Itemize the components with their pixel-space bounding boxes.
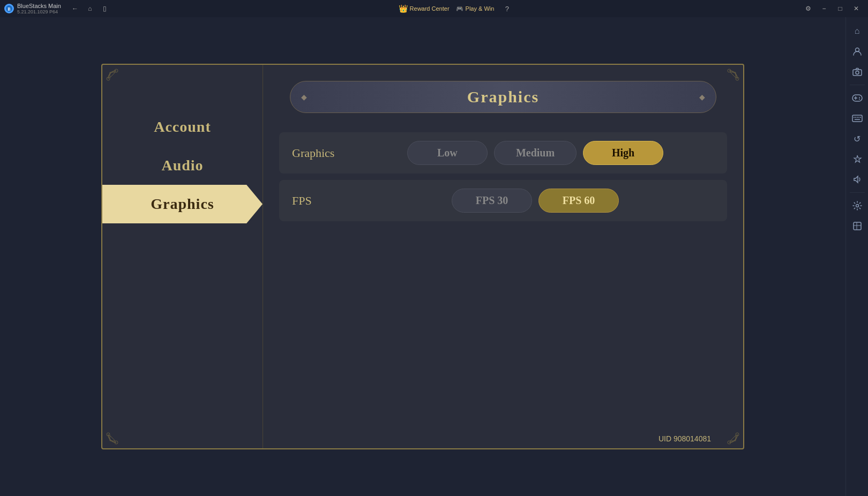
svg-text:B: B [8, 7, 11, 12]
fps-30-button[interactable]: FPS 30 [452, 189, 532, 213]
copy-button[interactable]: ▯ [99, 3, 111, 14]
sidebar-icon-person[interactable] [848, 42, 867, 61]
home-nav-button[interactable]: ⌂ [84, 3, 96, 14]
svg-rect-10 [852, 115, 862, 122]
svg-rect-3 [853, 70, 862, 76]
sidebar-icon-gamepad[interactable] [848, 88, 867, 108]
game-sidebar: Account Audio Graphics [102, 65, 263, 448]
menu-item-account[interactable]: Account [102, 108, 263, 146]
sidebar-divider-1 [850, 85, 865, 85]
graphics-low-button[interactable]: Low [407, 141, 488, 165]
corner-decoration-br [719, 424, 740, 445]
maximize-button[interactable]: □ [833, 3, 848, 14]
minimize-button[interactable]: − [817, 3, 832, 14]
game-panel: Account Audio Graphics Graphics Graphics [101, 64, 744, 449]
svg-point-17 [856, 205, 858, 207]
graphics-high-button[interactable]: High [583, 141, 663, 165]
graphics-setting-label: Graphics [292, 146, 346, 160]
menu-item-account-label: Account [154, 118, 211, 136]
back-button[interactable]: ← [69, 3, 81, 14]
menu-item-audio[interactable]: Audio [102, 146, 263, 185]
fps-setting-row: FPS FPS 30 FPS 60 [279, 180, 727, 221]
titlebar-nav: ← ⌂ ▯ [69, 3, 111, 14]
reward-label: Reward Center [410, 5, 450, 12]
svg-rect-18 [854, 222, 861, 230]
menu-item-graphics[interactable]: Graphics [102, 185, 263, 223]
sidebar-divider-2 [850, 192, 865, 193]
svg-point-4 [856, 71, 859, 74]
corner-decoration-bl [106, 424, 127, 445]
fps-options: FPS 30 FPS 60 [356, 189, 714, 213]
game-content: Graphics Graphics Low Medium High FPS [263, 65, 743, 448]
play-win-button[interactable]: 🎮 Play & Win [456, 5, 495, 12]
graphics-medium-button[interactable]: Medium [494, 141, 577, 165]
right-sidebar: ⌂ ↺ [845, 17, 868, 496]
sidebar-icon-star[interactable] [848, 149, 867, 169]
titlebar: B BlueStacks Main 5.21.201.1029 P64 ← ⌂ … [0, 0, 868, 17]
sidebar-icon-camera[interactable] [848, 62, 867, 81]
fps-60-button[interactable]: FPS 60 [538, 189, 619, 213]
settings-area: Graphics Low Medium High FPS FPS 30 FPS … [279, 127, 727, 227]
sidebar-icon-layers[interactable] [848, 216, 867, 236]
close-button[interactable]: ✕ [849, 3, 864, 14]
bluestacks-logo: B [4, 4, 14, 13]
playnwin-label: Play & Win [466, 5, 495, 12]
sidebar-icon-keyboard[interactable] [848, 109, 867, 128]
title-banner: Graphics [290, 81, 716, 113]
svg-point-8 [859, 97, 860, 98]
titlebar-left: B BlueStacks Main 5.21.201.1029 P64 ← ⌂ … [4, 3, 111, 14]
graphics-setting-row: Graphics Low Medium High [279, 132, 727, 174]
svg-point-9 [859, 99, 860, 100]
app-name: BlueStacks Main [17, 3, 61, 9]
corner-decoration-tl [106, 68, 127, 89]
settings-button[interactable]: ⚙ [800, 3, 815, 14]
uid-display: UID 908014081 [659, 434, 711, 443]
main-content: Account Audio Graphics Graphics Graphics [0, 17, 845, 496]
panel-title: Graphics [467, 88, 539, 106]
titlebar-center: 👑 Reward Center 🎮 Play & Win ? [399, 3, 514, 14]
reward-icon: 👑 [399, 4, 408, 13]
menu-item-audio-label: Audio [161, 157, 203, 174]
corner-decoration-tr [719, 68, 740, 89]
graphics-options: Low Medium High [356, 141, 714, 165]
sidebar-icon-settings2[interactable] [848, 196, 867, 215]
app-version: 5.21.201.1029 P64 [17, 9, 61, 14]
fps-setting-label: FPS [292, 194, 346, 208]
sidebar-icon-refresh[interactable]: ↺ [848, 129, 867, 148]
playnwin-icon: 🎮 [456, 5, 463, 12]
menu-item-graphics-label: Graphics [151, 196, 214, 213]
titlebar-right: ⚙ − □ ✕ [800, 3, 864, 14]
help-button[interactable]: ? [500, 3, 513, 14]
sidebar-icon-volume[interactable] [848, 170, 867, 189]
sidebar-icon-home[interactable]: ⌂ [848, 21, 867, 41]
reward-center-button[interactable]: 👑 Reward Center [399, 4, 450, 13]
